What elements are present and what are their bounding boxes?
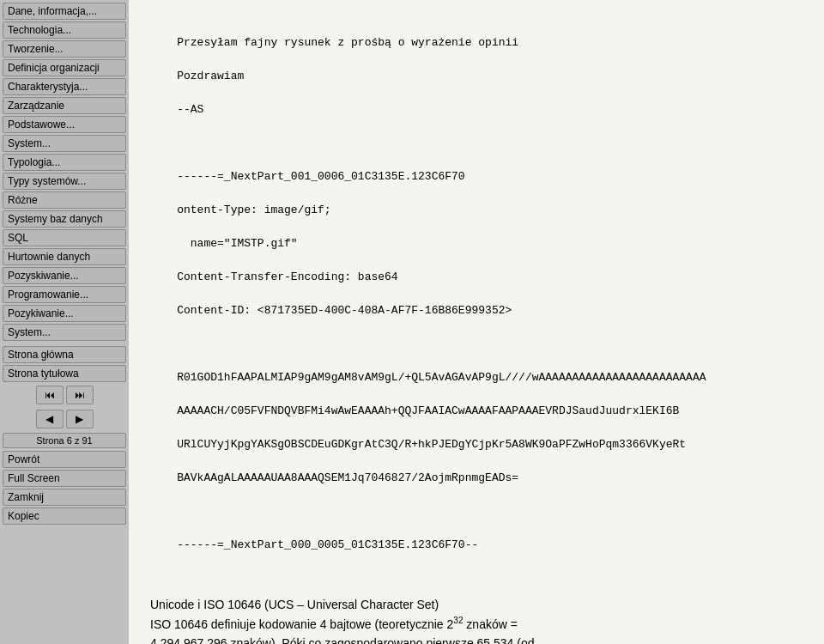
sidebar-item-system2[interactable]: System...: [3, 324, 126, 341]
sidebar-kopiec[interactable]: Kopiec: [3, 507, 126, 525]
sidebar-item-hurtownie[interactable]: Hurtownie danych: [3, 248, 126, 265]
line4: ------=_NextPart_001_0006_01C3135E.123C6…: [177, 170, 464, 183]
nav-buttons-row2: ◀ ▶: [3, 410, 126, 428]
nav-next-button[interactable]: ▶: [66, 410, 94, 428]
sidebar-item-charakterystyja[interactable]: Charakterystyja...: [3, 78, 126, 95]
prose-line1: Unicode i ISO 10646 (UCS – Universal Cha…: [150, 595, 803, 614]
superscript-32: 32: [453, 616, 463, 625]
sidebar-item-pozykiwanie2[interactable]: Pozykiwanie...: [3, 305, 126, 322]
nav-rewind-button[interactable]: ⏮: [36, 386, 64, 404]
nav-forward-button[interactable]: ⏭: [66, 386, 94, 404]
line1: Przesyłam fajny rysunek z prośbą o wyraż…: [177, 36, 518, 49]
sidebar-item-dane[interactable]: Dane, informacja,...: [3, 3, 126, 20]
line2: Pozdrawiam: [177, 70, 244, 82]
sidebar-full-screen[interactable]: Full Screen: [3, 470, 126, 487]
sidebar-item-typy[interactable]: Typy systemów...: [3, 173, 126, 190]
sidebar-item-definicja[interactable]: Definicja organizacji: [3, 59, 126, 76]
prose-line2: ISO 10646 definiuje kodowanie 4 bajtowe …: [150, 614, 803, 634]
page-info: Strona 6 z 91: [3, 433, 126, 448]
line10: AAAAACH/C05FVFNDQVBFMi4wAwEAAAAh+QQJFAAI…: [177, 404, 679, 417]
sidebar-item-zarzadzanie[interactable]: Zarządzanie: [3, 97, 126, 114]
sidebar-item-podstawowe[interactable]: Podstawowe...: [3, 116, 126, 133]
sidebar-item-rozne[interactable]: Różne: [3, 191, 126, 209]
line8: Content-ID: <871735ED-400C-408A-AF7F-16B…: [177, 304, 512, 317]
line9: R01GOD1hFAAPALMIAP9gAM9gAM8vAM9gL/+QL5Av…: [177, 371, 706, 384]
sidebar-strona-tytulowa[interactable]: Strona tytułowa: [3, 365, 126, 382]
line7: Content-Transfer-Encoding: base64: [177, 270, 397, 283]
sidebar-zamknij[interactable]: Zamknij: [3, 489, 126, 506]
sidebar-powrot[interactable]: Powrót: [3, 451, 126, 468]
line13: ------=_NextPart_000_0005_01C3135E.123C6…: [177, 538, 478, 551]
prose-line3: 4,294,967,296 znaków). Póki co zagospoda…: [150, 634, 803, 644]
sidebar-item-programowanie[interactable]: Programowanie...: [3, 286, 126, 303]
sidebar-item-tworzenie[interactable]: Tworzenie...: [3, 40, 126, 58]
main-content: Przesyłam fajny rysunek z prośbą o wyraż…: [129, 0, 824, 644]
line6: name="IMSTP.gif": [177, 237, 297, 250]
sidebar-item-typologia[interactable]: Typologia...: [3, 154, 126, 171]
sidebar-item-pozyskiwanie1[interactable]: Pozyskiwanie...: [3, 267, 126, 284]
sidebar-item-technologia[interactable]: Technologia...: [3, 21, 126, 39]
sidebar-strona-glowna[interactable]: Strona główna: [3, 346, 126, 363]
line11: URlCUYyjKpgYAKSgOBSCDEuGDKgrAtC3Q/R+hkPJ…: [177, 438, 686, 451]
nav-prev-button[interactable]: ◀: [36, 410, 64, 428]
sidebar-item-sql[interactable]: SQL: [3, 229, 126, 246]
prose-block: Unicode i ISO 10646 (UCS – Universal Cha…: [150, 595, 803, 644]
nav-buttons-row1: ⏮ ⏭: [3, 386, 126, 404]
line12: BAVkAAgALAAAAAUAA8AAAQSEM1Jq7046827/2Aoj…: [177, 471, 518, 484]
sidebar-item-systemy[interactable]: Systemy baz danych: [3, 210, 126, 228]
content-block: Przesyłam fajny rysunek z prośbą o wyraż…: [150, 17, 803, 586]
sidebar-item-system1[interactable]: System...: [3, 135, 126, 152]
sidebar: Dane, informacja,... Technologia... Twor…: [0, 0, 129, 644]
line5: ontent-Type: image/gif;: [177, 204, 330, 216]
line3: --AS: [177, 103, 203, 116]
